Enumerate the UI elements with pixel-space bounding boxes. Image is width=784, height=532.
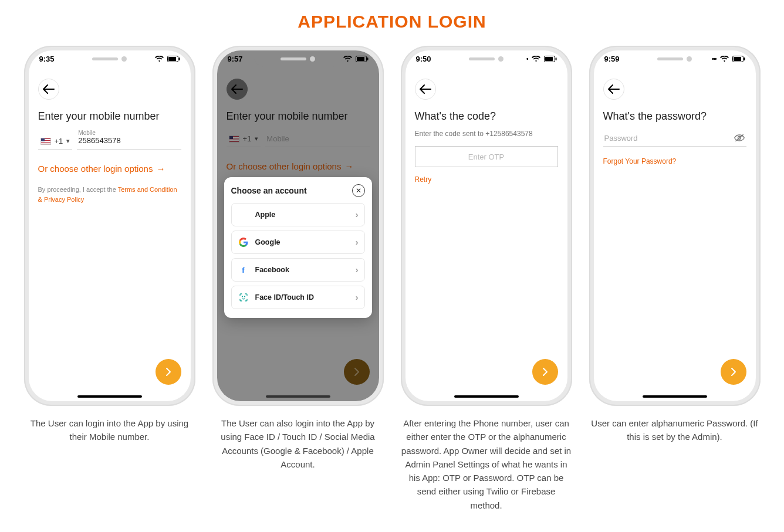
chevron-right-icon: › (356, 210, 359, 219)
other-login-text: Or choose other login options (227, 161, 342, 171)
status-bar: 9:50 • (405, 50, 567, 67)
arrow-right-icon: → (156, 164, 165, 174)
other-login-link[interactable]: Or choose other login options → (38, 164, 165, 174)
wifi-icon (720, 56, 729, 62)
password-input[interactable]: Password (603, 130, 746, 147)
back-button[interactable] (227, 79, 248, 100)
option-label: Face ID/Touch ID (255, 293, 314, 301)
back-button[interactable] (603, 79, 624, 100)
screen-heading: Enter your mobile number (38, 110, 181, 123)
forgot-password-link[interactable]: Forgot Your Password? (603, 157, 677, 165)
password-placeholder: Password (604, 134, 734, 143)
chevron-right-icon: › (356, 265, 359, 275)
svg-rect-1 (168, 57, 176, 61)
eye-off-icon[interactable] (734, 133, 745, 143)
option-facebook[interactable]: f Facebook › (231, 258, 365, 282)
svg-rect-9 (545, 57, 553, 61)
status-time: 9:59 (604, 55, 620, 63)
screen-heading: Enter your mobile number (227, 110, 370, 123)
mobile-input[interactable]: Mobile (265, 134, 369, 147)
sheet-title: Choose an account (231, 186, 307, 195)
country-code-selector[interactable]: +1 ▾ (227, 130, 261, 147)
svg-rect-10 (555, 57, 556, 60)
otp-input[interactable]: Enter OTP (415, 146, 558, 167)
arrow-left-icon (608, 84, 620, 94)
otp-placeholder: Enter OTP (468, 153, 504, 161)
other-login-link[interactable]: Or choose other login options → (227, 161, 354, 171)
phone-mockup-2: 9:57 Enter your mobile number (212, 46, 384, 406)
status-time: 9:35 (39, 55, 55, 63)
chevron-right-icon (731, 367, 736, 377)
mobile-input[interactable]: Mobile 2586543578 (77, 130, 181, 150)
option-apple[interactable]: Apple › (231, 203, 365, 226)
svg-rect-5 (367, 57, 368, 60)
wifi-icon (532, 56, 540, 62)
code-subtitle: Enter the code sent to +12586543578 (415, 130, 558, 138)
next-fab[interactable] (344, 359, 370, 385)
mobile-placeholder: Mobile (266, 134, 368, 143)
home-indicator (266, 395, 330, 398)
home-indicator (643, 395, 707, 398)
google-icon (238, 236, 249, 248)
battery-icon (732, 56, 745, 62)
us-flag-icon (40, 138, 51, 145)
chevron-right-icon (542, 367, 548, 377)
svg-point-7 (244, 296, 245, 297)
chevron-right-icon (354, 367, 360, 377)
status-time: 9:50 (416, 55, 431, 63)
svg-rect-4 (357, 57, 364, 61)
screen-caption: The User can also login into the App by … (212, 416, 384, 471)
option-google[interactable]: Google › (231, 231, 365, 254)
chevron-down-icon: ▾ (255, 135, 258, 143)
next-fab[interactable] (156, 359, 181, 385)
option-faceid[interactable]: Face ID/Touch ID › (231, 286, 365, 309)
faceid-icon (238, 292, 249, 303)
apple-icon (238, 209, 249, 221)
chevron-right-icon (165, 367, 171, 377)
battery-icon (356, 56, 369, 62)
battery-icon (167, 56, 180, 62)
signal-icon: ••• (712, 56, 717, 62)
mobile-label: Mobile (78, 130, 180, 136)
facebook-icon: f (238, 264, 249, 276)
close-button[interactable]: ✕ (352, 184, 365, 197)
chevron-down-icon: ▾ (66, 137, 70, 145)
next-fab[interactable] (721, 359, 746, 385)
home-indicator (454, 395, 519, 398)
country-code-text: +1 (243, 134, 252, 143)
chevron-right-icon: › (356, 238, 359, 247)
wifi-icon (343, 56, 352, 62)
terms-text: By proceeding, I accept the Terms and Co… (38, 185, 181, 204)
chevron-right-icon: › (356, 293, 359, 302)
svg-rect-13 (744, 57, 745, 60)
other-login-text: Or choose other login options (38, 164, 153, 174)
option-label: Google (255, 238, 281, 246)
status-bar: 9:35 (29, 50, 191, 67)
arrow-right-icon: → (344, 161, 353, 171)
option-label: Apple (255, 211, 276, 219)
battery-icon (544, 56, 557, 62)
status-bar: 9:57 (217, 50, 379, 67)
arrow-left-icon (231, 84, 243, 94)
screen-caption: After entering the Phone number, user ca… (400, 416, 572, 512)
arrow-left-icon (420, 84, 431, 94)
option-label: Facebook (255, 266, 289, 274)
page-title: APPLICATION LOGIN (0, 12, 784, 32)
screens-row: 9:35 Enter your mobile number (0, 46, 784, 512)
wifi-icon (155, 56, 164, 62)
phone-mockup-3: 9:50 • What's the code? (401, 46, 572, 406)
back-button[interactable] (38, 79, 59, 100)
screen-heading: What's the code? (415, 110, 558, 123)
country-code-selector[interactable]: +1 ▾ (38, 132, 73, 150)
arrow-left-icon (43, 84, 55, 94)
back-button[interactable] (415, 79, 436, 100)
signal-icon: • (526, 56, 528, 62)
next-fab[interactable] (532, 359, 558, 385)
retry-link[interactable]: Retry (415, 175, 432, 184)
home-indicator (77, 395, 142, 398)
status-time: 9:57 (228, 55, 243, 63)
mobile-value: 2586543578 (78, 136, 180, 145)
phone-mockup-4: 9:59 ••• What's the pas (589, 46, 761, 406)
close-icon: ✕ (356, 187, 361, 195)
screen-caption: The User can login into the App by using… (23, 416, 195, 444)
